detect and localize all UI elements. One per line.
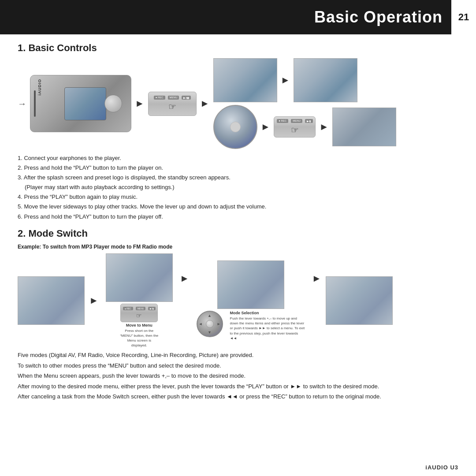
cable-arrow-icon: → <box>18 99 26 109</box>
device-controls <box>104 95 122 112</box>
joystick-down: ▼ <box>208 330 212 335</box>
body-p3: When the Menu screen appears, push the l… <box>18 371 458 380</box>
move-to-menu-title: Move to Menu <box>126 323 152 327</box>
mode-screen-4 <box>326 276 393 325</box>
mode-arrow-1: ► <box>89 295 99 306</box>
mode-arrow-3: ► <box>312 273 322 284</box>
hand-cursor-icon-2: ☞ <box>291 125 299 135</box>
button-strip-2: ● REC MENU ▶/▮ ☞ <box>274 116 316 138</box>
body-p2: To switch to other modes press the “MENU… <box>18 361 458 370</box>
body-p4: After moving to the desired mode menu, e… <box>18 382 458 391</box>
joystick-up: ▲ <box>208 313 212 318</box>
step-4: 4. Press the “PLAY” button again to play… <box>18 192 458 202</box>
mode-select-row: ▲ ▼ ◄ ► Mode Selection Push the lever to… <box>197 311 305 341</box>
menu-btn-label: MENU <box>168 96 179 100</box>
mini-btn-strip: ● REC MENU ▶/▮ ☞ <box>120 304 158 322</box>
mini-play-label: ▶/▮ <box>148 307 155 310</box>
device-brand-label: iAUDIO <box>37 79 42 96</box>
basic-controls-diagram: → iAUDIO ► ● REC MENU ▶/▮▮ ☞ ► <box>18 58 458 149</box>
joystick-widget: ▲ ▼ ◄ ► <box>197 311 223 337</box>
mode-screen-2 <box>106 253 173 302</box>
screen-box-1 <box>213 58 277 102</box>
screen-box-3 <box>332 108 396 146</box>
main-content: 1. Basic Controls → iAUDIO ► ● REC MENU … <box>0 34 476 407</box>
step-5: 5. Move the lever sideways to play other… <box>18 202 458 212</box>
steps-list: 1. Connect your earphones to the player.… <box>18 153 458 222</box>
bc-right-bottom: ► ● REC MENU ▶/▮ ☞ ► <box>213 105 458 149</box>
footer-brand: iAUDIO U3 <box>425 464 458 471</box>
body-p1: Five modes (Digital AV, FM Radio, Voice … <box>18 350 458 360</box>
page-title: Basic Operation <box>314 8 451 26</box>
button-labels-1: ● REC MENU ▶/▮▮ <box>154 96 191 100</box>
mode-screen-3 <box>217 260 284 309</box>
mode-diagram: ► ● REC MENU ▶/▮ ☞ Move to Menu Pr <box>18 253 458 348</box>
section2-heading: 2. Mode Switch <box>18 228 458 239</box>
section-mode-switch: 2. Mode Switch Example: To switch from M… <box>18 228 458 402</box>
mode-screen-2-col: ● REC MENU ▶/▮ ☞ Move to Menu Press shor… <box>106 253 173 348</box>
move-to-menu-annotation: ● REC MENU ▶/▮ ☞ Move to Menu Press shor… <box>119 304 159 348</box>
bc-right-top: ► <box>213 58 458 102</box>
arrow-icon-2: ► <box>200 98 210 109</box>
rec-btn-label: ● REC <box>154 96 165 100</box>
section1-heading: 1. Basic Controls <box>18 42 458 54</box>
step-3-note: (Player may start with auto playback acc… <box>18 182 458 192</box>
device-image: iAUDIO <box>30 75 131 132</box>
mode-select-title: Mode Selection <box>230 311 259 315</box>
step-6: 6. Press and hold the “PLAY” button to t… <box>18 212 458 222</box>
arrow-icon-5: ► <box>319 121 329 133</box>
joystick-center <box>206 320 214 328</box>
hand-cursor-icon-1: ☞ <box>168 101 176 112</box>
mode-select-text: Push the lever towards +,– to move up an… <box>230 316 305 341</box>
rec-btn-label-2: ● REC <box>277 119 288 123</box>
mode-screen-3-col: ▲ ▼ ◄ ► Mode Selection Push the lever to… <box>197 260 305 341</box>
body-p5: After canceling a task from the Mode Swi… <box>18 392 458 401</box>
disk-image <box>213 105 257 149</box>
device-circle-button <box>104 95 122 112</box>
step-1: 1. Connect your earphones to the player. <box>18 153 458 163</box>
button-strip-1: ● REC MENU ▶/▮▮ ☞ <box>148 92 197 116</box>
screen-stack-right: ► ► ● REC MENU ▶/▮ <box>213 58 458 149</box>
joystick-left: ◄ <box>199 322 203 326</box>
mini-rec-label: ● REC <box>123 307 133 310</box>
example-label: Example: To switch from MP3 Player mode … <box>18 244 458 250</box>
step-3: 3. After the splash screen and preset lo… <box>18 173 458 182</box>
mode-selection-annotation: Mode Selection Push the lever towards +,… <box>230 311 305 341</box>
arrow-icon-3: ► <box>281 74 290 86</box>
mode-screen-1 <box>18 276 85 325</box>
arrow-icon-4: ► <box>261 121 271 133</box>
move-to-menu-text: Press short on the “MENU” button, then t… <box>119 328 159 348</box>
arrow-icon-1: ► <box>135 98 145 109</box>
mode-arrow-2: ► <box>180 273 190 284</box>
play-btn-label-2: ▶/▮ <box>305 119 313 123</box>
section-basic-controls: 1. Basic Controls → iAUDIO ► ● REC MENU … <box>18 42 458 222</box>
mini-btn-labels: ● REC MENU ▶/▮ <box>123 307 156 310</box>
disk-center <box>230 122 241 132</box>
menu-btn-label-2: MENU <box>291 119 302 123</box>
button-labels-2: ● REC MENU ▶/▮ <box>277 119 312 123</box>
joystick-right: ► <box>217 322 221 326</box>
body-text: Five modes (Digital AV, FM Radio, Voice … <box>18 350 458 401</box>
step-2: 2. Press and hold the “PLAY” button to t… <box>18 163 458 173</box>
mini-hand-icon: ☞ <box>136 312 142 319</box>
mini-menu-label: MENU <box>136 307 146 310</box>
play-btn-label: ▶/▮▮ <box>182 96 191 100</box>
screen-box-2 <box>294 58 357 102</box>
header: Basic Operation 21 <box>0 0 476 34</box>
device-screen <box>64 87 106 120</box>
page-number: 21 <box>451 0 476 34</box>
